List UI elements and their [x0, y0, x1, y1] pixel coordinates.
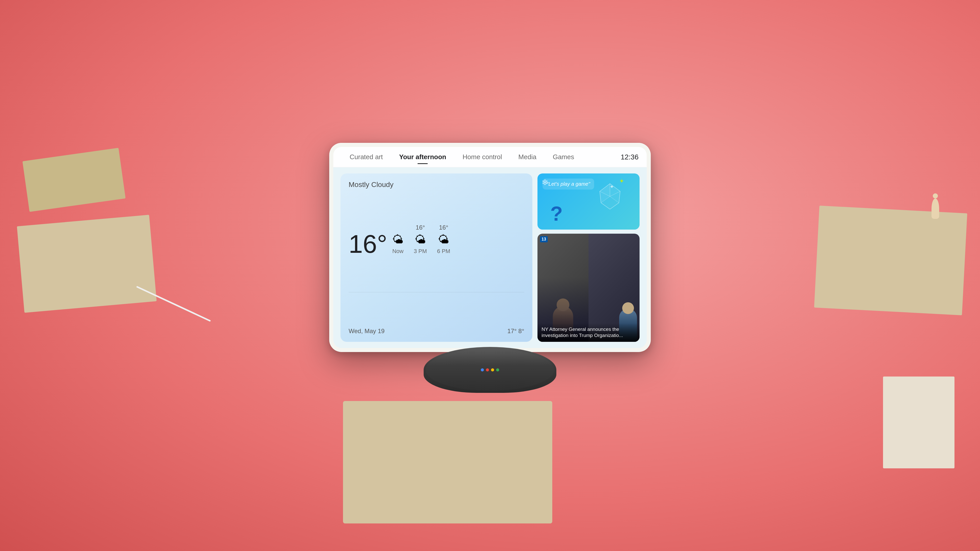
forecast-label-now: Now [392, 248, 404, 254]
weather-condition: Mostly Cloudy [348, 181, 524, 189]
games-question-mark: ? [550, 202, 563, 225]
google-dot-green [496, 368, 499, 372]
forecast-item-now: 🌤 Now [392, 231, 404, 254]
weather-high-low: 17° 8° [508, 327, 524, 335]
nav-bar: Curated art Your afternoon Home control … [333, 147, 647, 167]
nav-tabs: Curated art Your afternoon Home control … [342, 149, 620, 165]
forecast-icon-now: 🌤 [392, 233, 404, 246]
screen-bezel: Curated art Your afternoon Home control … [329, 143, 651, 352]
games-card-visual [595, 181, 635, 222]
screen: Curated art Your afternoon Home control … [333, 147, 647, 348]
google-dot-red [486, 368, 489, 372]
weather-footer: Wed, May 19 17° 8° [348, 327, 524, 335]
tab-media[interactable]: Media [510, 149, 545, 165]
bg-box-left [17, 215, 157, 313]
weather-temp-big: 16° [348, 231, 387, 257]
forecast-label-6pm: 6 PM [437, 248, 450, 254]
google-dot-blue [481, 368, 484, 372]
clock-display: 12:36 [620, 153, 638, 161]
bg-box-right-small [883, 376, 955, 468]
tab-curated-art[interactable]: Curated art [342, 149, 391, 165]
forecast-temp-3pm: 16° [416, 224, 425, 231]
forecast-icon-6pm: 🌤 [438, 233, 449, 246]
bg-box-bottom [343, 401, 552, 524]
bg-box-left-top [22, 148, 126, 212]
forecast-icon-3pm: 🌤 [415, 233, 426, 246]
games-speech-bubble: "Let's play a game" [542, 179, 594, 189]
crystal-svg [595, 181, 625, 212]
content-area: Mostly Cloudy 16° 🌤 [333, 167, 647, 348]
weather-date: Wed, May 19 [348, 327, 385, 335]
weather-forecast: 🌤 Now 16° 🌤 [392, 224, 450, 257]
figurine [932, 198, 939, 219]
news-logo: 13 [540, 236, 548, 242]
google-dot-yellow [491, 368, 494, 372]
weather-card[interactable]: Mostly Cloudy 16° 🌤 [340, 173, 532, 342]
news-overlay: NY Attorney General announces the invest… [538, 323, 640, 342]
forecast-label-3pm: 3 PM [414, 248, 427, 254]
tab-games[interactable]: Games [545, 149, 582, 165]
news-card[interactable]: 13 NY Attorney General announces the inv… [538, 233, 640, 342]
cable [136, 286, 211, 322]
speaker-base [424, 347, 556, 393]
forecast-item-3pm: 16° 🌤 3 PM [414, 224, 427, 254]
tab-home-control[interactable]: Home control [454, 149, 510, 165]
games-card[interactable]: ❄ ✦ ✦ "Let's play a game" ? [538, 173, 640, 230]
right-column: ❄ ✦ ✦ "Let's play a game" ? [538, 173, 640, 342]
device-wrapper: Curated art Your afternoon Home control … [306, 143, 674, 408]
nest-hub-device: Curated art Your afternoon Home control … [306, 143, 674, 408]
weather-divider [348, 292, 524, 292]
bg-box-right [814, 206, 967, 315]
tab-your-afternoon[interactable]: Your afternoon [391, 149, 454, 165]
news-headline: NY Attorney General announces the invest… [542, 326, 635, 339]
forecast-item-6pm: 16° 🌤 6 PM [437, 224, 450, 254]
weather-main-section: 16° 🌤 Now [348, 224, 524, 257]
forecast-temp-6pm: 16° [439, 224, 448, 231]
google-dots [481, 368, 499, 372]
